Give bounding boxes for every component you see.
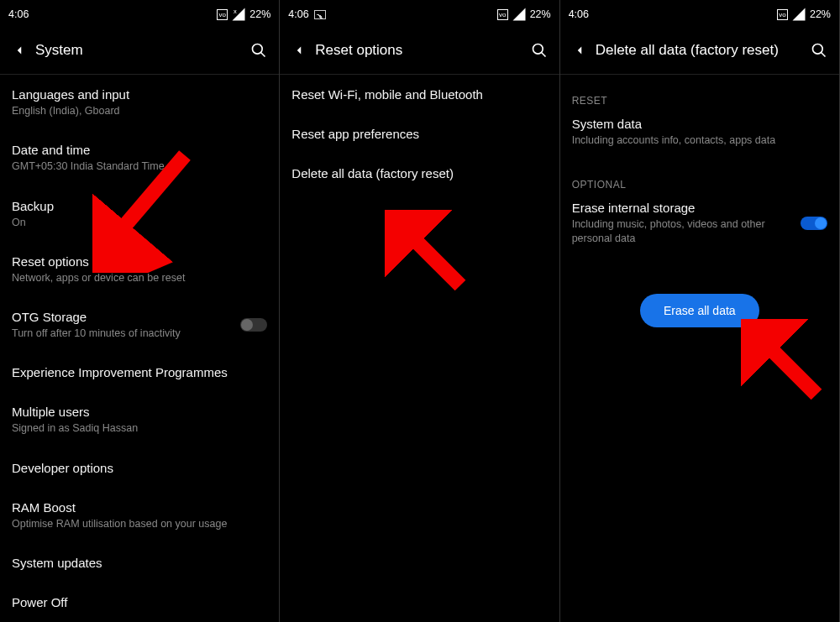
item-reset-app-prefs[interactable]: Reset app preferences [291, 114, 547, 154]
item-developer[interactable]: Developer options [12, 448, 267, 488]
header: Reset options [280, 25, 559, 75]
vowifi-icon: vo [777, 9, 788, 20]
svg-line-8 [397, 222, 460, 285]
section-optional: OPTIONAL [572, 179, 827, 191]
chevron-left-icon [291, 43, 307, 58]
panel-factory-reset: 4:06 vo 22% Delete all data (factory res… [560, 0, 840, 622]
reset-list: Reset Wi-Fi, mobile and Bluetooth Reset … [280, 75, 559, 193]
vowifi-icon: vo [497, 9, 508, 20]
back-button[interactable] [12, 43, 30, 58]
search-button[interactable] [809, 42, 827, 59]
battery-pct: 22% [810, 8, 831, 20]
settings-list: Languages and input English (India), Gbo… [0, 75, 279, 622]
erase-storage-toggle[interactable] [801, 217, 827, 230]
item-ram-boost[interactable]: RAM Boost Optimise RAM utilisation based… [12, 488, 267, 543]
item-power-off[interactable]: Power Off [12, 583, 267, 622]
item-delete-all-data[interactable]: Delete all data (factory reset) [291, 154, 547, 193]
svg-line-2 [261, 53, 265, 57]
item-system-updates[interactable]: System updates [12, 543, 267, 583]
battery-pct: 22% [530, 8, 551, 20]
status-bar: 4:06 vo 22% [280, 0, 559, 25]
svg-line-6 [541, 53, 545, 57]
item-erase-storage[interactable]: Erase internal storage Including music, … [572, 194, 827, 252]
arrow-annotation-icon [385, 210, 477, 302]
search-icon [250, 42, 267, 59]
signal-icon [512, 7, 527, 22]
status-bar: 4:06 vo x 22% [0, 0, 279, 25]
arrow-annotation-icon [741, 319, 833, 411]
time: 4:06 [288, 8, 308, 20]
search-icon [531, 42, 548, 59]
svg-line-10 [821, 53, 825, 57]
page-title: Delete all data (factory reset) [596, 42, 809, 59]
chevron-left-icon [572, 43, 587, 58]
search-button[interactable] [249, 42, 267, 59]
svg-line-12 [753, 332, 816, 395]
page-title: System [35, 42, 249, 59]
svg-point-9 [812, 44, 822, 55]
otg-toggle[interactable] [240, 318, 267, 332]
search-icon [811, 42, 827, 59]
time: 4:06 [8, 8, 29, 20]
item-reset-wifi[interactable]: Reset Wi-Fi, mobile and Bluetooth [291, 75, 547, 114]
panel-reset-options: 4:06 vo 22% Reset options Reset Wi-Fi, m… [280, 0, 559, 622]
item-languages[interactable]: Languages and input English (India), Gbo… [12, 75, 267, 130]
section-reset: RESET [572, 95, 827, 107]
item-otg-storage[interactable]: OTG Storage Turn off after 10 minutes of… [12, 297, 267, 353]
signal-icon [791, 7, 806, 22]
svg-text:x: x [234, 8, 237, 15]
status-bar: 4:06 vo 22% [560, 0, 839, 25]
erase-all-button[interactable]: Erase all data [640, 294, 759, 327]
back-button[interactable] [291, 43, 310, 58]
header: System [0, 25, 279, 75]
svg-point-5 [533, 44, 543, 55]
item-experience[interactable]: Experience Improvement Programmes [12, 353, 267, 392]
battery-pct: 22% [249, 8, 270, 20]
svg-point-1 [253, 44, 263, 55]
screenshot-icon [314, 10, 326, 19]
panel-system: 4:06 vo x 22% System Languages and input… [0, 0, 280, 622]
search-button[interactable] [529, 42, 548, 59]
item-system-data: System data Including accounts info, con… [572, 110, 827, 159]
chevron-left-icon [12, 43, 27, 58]
time: 4:06 [569, 8, 589, 20]
signal-icon: x [231, 7, 246, 22]
page-title: Reset options [315, 42, 528, 59]
item-reset-options[interactable]: Reset options Network, apps or device ca… [12, 242, 267, 297]
vowifi-icon: vo [217, 9, 228, 20]
item-multiple-users[interactable]: Multiple users Signed in as Sadiq Hassan [12, 392, 267, 447]
header: Delete all data (factory reset) [560, 25, 839, 75]
reset-content: RESET System data Including accounts inf… [560, 95, 839, 327]
item-date-time[interactable]: Date and time GMT+05:30 India Standard T… [12, 130, 267, 186]
back-button[interactable] [572, 43, 591, 58]
item-backup[interactable]: Backup On [12, 186, 267, 242]
